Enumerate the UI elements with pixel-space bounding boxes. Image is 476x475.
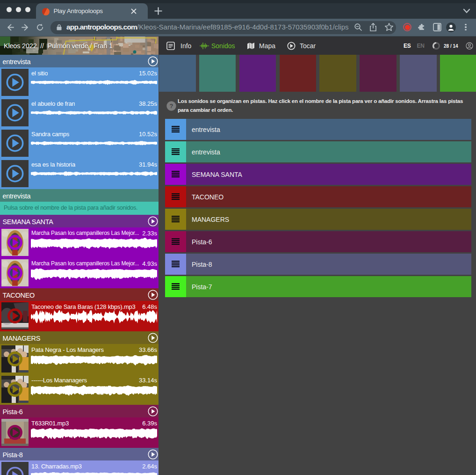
svg-text:?: ? [170, 102, 173, 110]
